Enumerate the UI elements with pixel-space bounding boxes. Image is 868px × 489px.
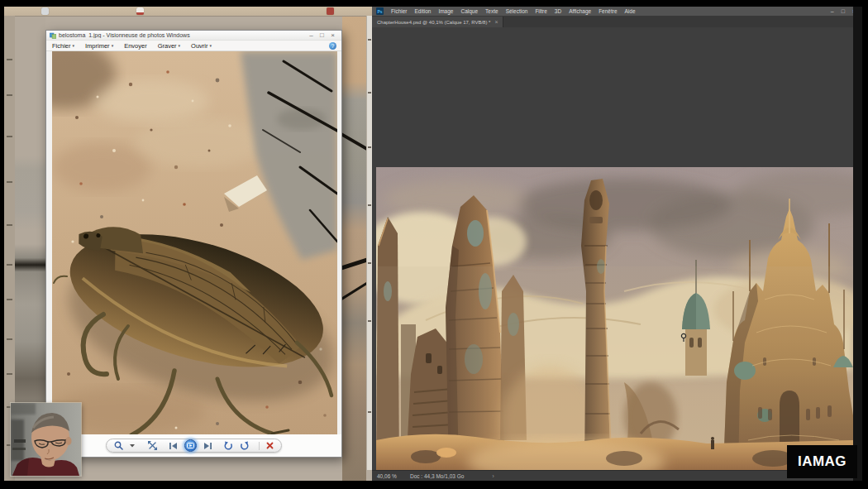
delete-icon[interactable] bbox=[266, 442, 274, 449]
toolbar-pill bbox=[106, 439, 282, 453]
minimize-button[interactable]: – bbox=[306, 31, 317, 40]
artwork-document[interactable] bbox=[376, 167, 853, 470]
insect-photo bbox=[52, 51, 337, 436]
file-list-item[interactable] bbox=[7, 94, 12, 96]
menu-fenetre[interactable]: Fenêtre bbox=[599, 8, 617, 14]
webcam-video bbox=[11, 403, 81, 476]
menu-fichier[interactable]: Fichier▾ bbox=[52, 42, 74, 50]
zoom-icon[interactable] bbox=[114, 441, 123, 450]
minimize-button[interactable]: – bbox=[831, 8, 834, 14]
menu-envoyer[interactable]: Envoyer bbox=[124, 42, 147, 50]
document-size-info: Doc : 44,3 Mo/1,03 Go bbox=[410, 473, 464, 479]
menu-image[interactable]: Image bbox=[438, 8, 453, 14]
file-list-item[interactable] bbox=[7, 373, 12, 375]
scroll-mark bbox=[368, 146, 371, 148]
photoshop-app-icon: Ps bbox=[376, 7, 384, 15]
photo-viewer-window: belostoma_1.jpg - Visionneuse de photos … bbox=[45, 30, 342, 458]
help-icon[interactable]: ? bbox=[329, 42, 336, 50]
menu-label: Imprimer bbox=[85, 42, 110, 50]
menu-ouvrir[interactable]: Ouvrir▾ bbox=[191, 42, 212, 50]
scroll-mark bbox=[368, 320, 371, 322]
photo-viewer-titlebar[interactable]: belostoma_1.jpg - Visionneuse de photos … bbox=[46, 31, 341, 41]
file-list-item[interactable] bbox=[7, 59, 12, 60]
zoom-level-field[interactable]: 40,06 % bbox=[372, 473, 402, 479]
chevron-down-icon: ▾ bbox=[73, 43, 75, 48]
photo-viewer-app-icon bbox=[50, 32, 56, 39]
menu-filtre[interactable]: Filtre bbox=[535, 8, 546, 14]
window-controls: – □ × bbox=[831, 8, 856, 14]
photoshop-window: Ps Fichier Edition Image Calque Texte Sé… bbox=[372, 7, 862, 481]
video-frame: belostoma_1.jpg - Visionneuse de photos … bbox=[0, 0, 868, 489]
menu-3d[interactable]: 3D bbox=[555, 8, 561, 14]
file-list-item[interactable] bbox=[7, 224, 12, 226]
next-image-icon[interactable] bbox=[203, 442, 212, 450]
rotate-clockwise-icon[interactable] bbox=[240, 441, 249, 450]
menu-selection[interactable]: Sélection bbox=[506, 8, 528, 14]
desktop-icon[interactable] bbox=[41, 7, 49, 15]
toolbar-divider bbox=[259, 442, 260, 450]
menu-graver[interactable]: Graver▾ bbox=[158, 42, 180, 50]
webcam-overlay bbox=[11, 403, 81, 476]
photo-viewer-menubar: Fichier▾ Imprimer▾ Envoyer Graver▾ Ouvri… bbox=[46, 41, 341, 51]
menu-fichier[interactable]: Fichier bbox=[391, 8, 408, 14]
photo-viewer-toolbar bbox=[46, 434, 341, 457]
photoshop-tabbar: ChapterHouse4.psd @ 40,1% (Calque 17, RV… bbox=[372, 16, 862, 27]
scroll-mark bbox=[368, 411, 371, 413]
menu-imprimer[interactable]: Imprimer▾ bbox=[85, 42, 113, 50]
rotate-counterclockwise-icon[interactable] bbox=[224, 441, 233, 450]
photo-content bbox=[52, 51, 337, 436]
desktop-icon[interactable] bbox=[327, 7, 334, 15]
menu-aide[interactable]: Aide bbox=[625, 8, 636, 14]
scroll-mark bbox=[368, 92, 371, 93]
scroll-mark bbox=[368, 39, 371, 41]
photoshop-canvas[interactable] bbox=[372, 27, 853, 470]
close-button[interactable]: × bbox=[327, 31, 338, 40]
menu-texte[interactable]: Texte bbox=[485, 8, 498, 14]
chevron-down-icon: ▾ bbox=[179, 43, 181, 48]
menu-label: Fichier bbox=[52, 42, 71, 50]
menu-affichage[interactable]: Affichage bbox=[569, 8, 591, 14]
file-list-item[interactable] bbox=[7, 136, 12, 137]
document-tab[interactable]: ChapterHouse4.psd @ 40,1% (Calque 17, RV… bbox=[372, 17, 503, 27]
chevron-down-icon: ▾ bbox=[112, 43, 114, 48]
menu-label: Ouvrir bbox=[191, 42, 207, 50]
background-photo-right-sliver bbox=[342, 17, 366, 481]
insect-leg-shape bbox=[342, 130, 366, 154]
tab-close-icon[interactable]: × bbox=[494, 19, 498, 25]
slideshow-play-button[interactable] bbox=[184, 439, 197, 452]
menu-label: Graver bbox=[158, 42, 177, 50]
fit-to-window-icon[interactable] bbox=[148, 441, 157, 450]
file-list-item[interactable] bbox=[7, 299, 12, 300]
desktop-icon[interactable] bbox=[136, 7, 144, 15]
previous-image-icon[interactable] bbox=[169, 442, 178, 450]
scroll-mark bbox=[368, 204, 371, 206]
file-list-item[interactable] bbox=[7, 264, 12, 266]
scroll-mark bbox=[368, 262, 371, 264]
photoshop-menubar: Ps Fichier Edition Image Calque Texte Sé… bbox=[372, 7, 862, 16]
status-options-chevron-icon[interactable]: › bbox=[492, 473, 494, 479]
desktop-wallpaper-strip bbox=[4, 7, 372, 16]
maximize-button[interactable]: □ bbox=[842, 8, 845, 14]
photoshop-statusbar: 40,06 % Doc : 44,3 Mo/1,03 Go › bbox=[372, 470, 853, 481]
concept-art-painting bbox=[376, 167, 853, 470]
iamag-watermark: IAMAG bbox=[787, 445, 857, 478]
maximize-button[interactable]: □ bbox=[317, 31, 327, 40]
insect-leg-shape bbox=[342, 280, 366, 302]
chevron-down-icon: ▾ bbox=[210, 43, 212, 48]
file-list-item[interactable] bbox=[7, 181, 12, 183]
zoom-dropdown-caret-icon[interactable] bbox=[130, 443, 135, 448]
insect-leg-shape bbox=[342, 254, 366, 272]
photoshop-right-panel-strip bbox=[853, 7, 862, 481]
file-list-item[interactable] bbox=[7, 338, 12, 340]
menu-edition[interactable]: Edition bbox=[415, 8, 432, 14]
window-title: belostoma_1.jpg - Visionneuse de photos … bbox=[59, 32, 306, 38]
background-scrollbar-strip[interactable] bbox=[366, 16, 372, 470]
menu-label: Envoyer bbox=[124, 42, 147, 50]
tab-label: ChapterHouse4.psd @ 40,1% (Calque 17, RV… bbox=[377, 20, 490, 25]
menu-calque[interactable]: Calque bbox=[460, 8, 478, 14]
